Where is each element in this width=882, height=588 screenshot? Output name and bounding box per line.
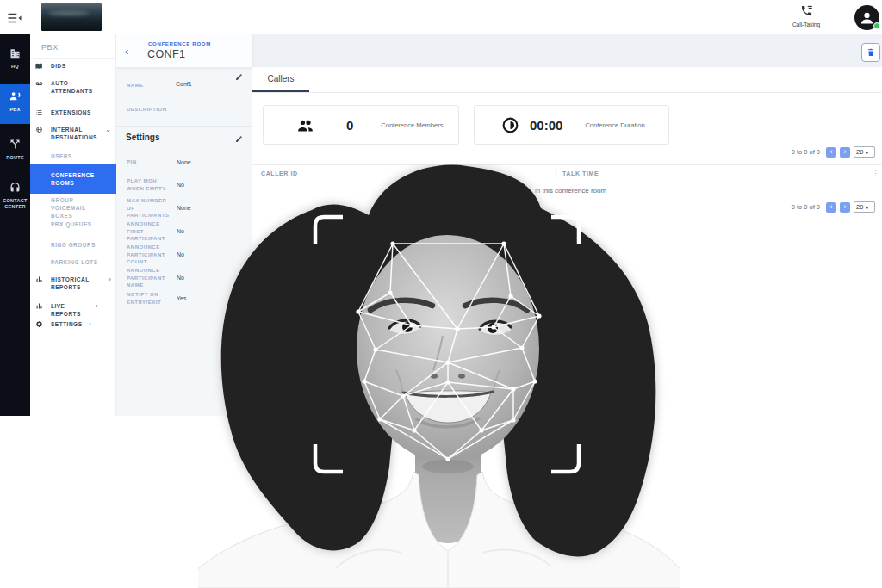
conference-duration-stat-card: 00:00 Conference Duration [474, 105, 669, 145]
setting-row-play-moh: PLAY MOH WHEN EMPTY No [127, 177, 242, 192]
logo-image[interactable] [41, 3, 102, 31]
divider [30, 58, 116, 59]
conference-duration-timer-icon [501, 116, 519, 134]
menu-open-icon[interactable] [7, 10, 22, 24]
internal-destinations-icon [35, 126, 43, 133]
app-window: Call-Taking HQ PBX ROUTE CONTACT CENTER … [0, 0, 882, 588]
conference-room-title: CONF1 [147, 48, 185, 60]
route-call-split-icon [9, 138, 22, 151]
callers-table-header: CALLER ID ⋮ TALK TIME ⋮ [252, 164, 882, 183]
user-avatar[interactable] [854, 5, 879, 30]
pagination-top: 0 to 0 of 0 ‹ › 20 ▾ [792, 146, 875, 158]
empty-table-message: in this conference room [535, 187, 606, 195]
setting-value: None [177, 205, 191, 211]
select-arrow-icon: ▾ [866, 204, 868, 210]
rail-item-label: ROUTE [0, 155, 30, 161]
historical-reports-chart-icon [35, 275, 43, 283]
setting-row-notify-entry-exit: NOTIFY ON ENTRY/EXIT Yes [127, 291, 242, 306]
back-chevron-icon[interactable]: ‹ [125, 46, 128, 57]
sidebar-item-label: PBX QUEUES [51, 221, 92, 227]
sidebar-item-users[interactable]: USERS [30, 152, 116, 160]
sidebar-item-label: INTERNAL DESTINATIONS [51, 126, 105, 141]
setting-label: PLAY MOH WHEN EMPTY [127, 177, 174, 192]
call-taking-phone-icon [800, 4, 813, 17]
topbar: Call-Taking [0, 0, 882, 34]
sidebar-item-label: HISTORICAL REPORTS [51, 275, 108, 291]
column-header-talk-time[interactable]: TALK TIME [562, 170, 599, 176]
column-menu-icon[interactable]: ⋮ [552, 169, 560, 177]
column-menu-icon[interactable]: ⋮ [872, 169, 879, 177]
conference-members-people-icon [296, 116, 314, 134]
conference-room-panel-header: CONFERENCE ROOM ‹ CONF1 [116, 34, 252, 67]
setting-row-announce-name: ANNOUNCE PARTICIPANT NAME No [127, 267, 242, 289]
chevron-right-icon: › [89, 320, 91, 328]
chevron-right-icon: › [96, 302, 98, 310]
pagination-bottom: 0 to 0 of 0 ‹ › 20 ▾ [792, 201, 875, 213]
conference-duration-label: Conference Duration [585, 121, 644, 129]
setting-value: No [177, 182, 184, 188]
sidebar-item-label: SETTINGS [51, 320, 89, 328]
sidebar-item-extensions[interactable]: EXTENSIONS [30, 108, 116, 116]
rail-item-label: HQ [0, 64, 30, 70]
column-header-caller-id[interactable]: CALLER ID [261, 170, 298, 176]
live-reports-chart-icon [35, 302, 43, 310]
app-rail: HQ PBX ROUTE CONTACT CENTER [0, 34, 30, 416]
sidebar-item-label: AUTO - ATTENDANTS [51, 79, 108, 95]
chevron-down-icon[interactable]: ⌄ [105, 126, 111, 133]
conference-duration-value: 00:00 [530, 118, 562, 133]
setting-value: Yes [177, 295, 186, 301]
sidebar-item-ring-groups[interactable]: RING GROUPS [30, 241, 116, 249]
conference-members-count: 0 [346, 118, 353, 133]
setting-label: ANNOUNCE PARTICIPANT COUNT [127, 244, 174, 266]
sidebar-item-historical-reports[interactable]: HISTORICAL REPORTS › [30, 275, 116, 291]
sidebar-item-label: USERS [51, 153, 72, 159]
setting-row-pin: PIN None [127, 158, 242, 166]
sidebar-item-label: CONFERENCE ROOMS [51, 171, 102, 187]
pagination-next-button[interactable]: › [840, 147, 850, 158]
select-arrow-icon: ▾ [866, 149, 868, 155]
panel-kicker: CONFERENCE ROOM [148, 41, 211, 46]
sidebar-item-group-voicemail-boxes[interactable]: GROUP VOICEMAIL BOXES [30, 196, 116, 220]
call-taking-label: Call-Taking [782, 22, 830, 28]
sidebar-item-parking-lots[interactable]: PARKING LOTS [30, 258, 116, 266]
auto-attendants-voicemail-icon [35, 79, 43, 87]
contact-center-headset-icon [9, 181, 22, 194]
sidebar-item-label: RING GROUPS [51, 242, 96, 248]
sidebar-item-auto-attendants[interactable]: AUTO - ATTENDANTS [30, 79, 116, 95]
pagination-next-button[interactable]: › [840, 202, 850, 213]
setting-row-announce-count: ANNOUNCE PARTICIPANT COUNT No [127, 244, 242, 266]
pagination-prev-button[interactable]: ‹ [826, 202, 836, 213]
pbx-contact-phone-icon [9, 90, 22, 102]
pbx-sidebar: PBX DIDS AUTO - ATTENDANTS EXTENSIONS IN… [30, 34, 116, 416]
sidebar-item-pbx-queues[interactable]: PBX QUEUES [30, 220, 116, 228]
rail-item-pbx[interactable]: PBX [0, 84, 30, 124]
rail-item-hq[interactable]: HQ [0, 46, 30, 70]
setting-row-announce-first: ANNOUNCE FIRST PARTICIPANT No [127, 220, 242, 243]
sidebar-item-label: LIVE REPORTS [51, 302, 96, 318]
chevron-right-icon: › [109, 275, 111, 283]
setting-label: NOTIFY ON ENTRY/EXIT [127, 291, 174, 306]
name-field-label: NAME [127, 83, 144, 88]
sidebar-item-live-reports[interactable]: LIVE REPORTS › [30, 302, 116, 318]
sidebar-item-label: PARKING LOTS [51, 259, 98, 265]
sidebar-item-internal-destinations[interactable]: INTERNAL DESTINATIONS ⌄ [30, 126, 116, 141]
edit-pencil-icon[interactable] [235, 73, 243, 81]
sidebar-item-settings[interactable]: SETTINGS › [30, 320, 116, 328]
rail-item-label: PBX [0, 107, 30, 113]
tab-callers[interactable]: Callers [252, 74, 309, 84]
page-size-select[interactable]: 20 ▾ [854, 146, 875, 158]
call-taking-button[interactable]: Call-Taking [782, 4, 830, 32]
rail-item-route[interactable]: ROUTE [0, 138, 30, 161]
pagination-range: 0 to 0 of 0 [792, 148, 820, 156]
settings-heading: Settings [126, 133, 159, 142]
divider [116, 126, 252, 127]
pagination-prev-button[interactable]: ‹ [826, 147, 836, 158]
rail-item-contact-center[interactable]: CONTACT CENTER [0, 181, 30, 210]
settings-gear-icon [35, 320, 43, 328]
page-size-select[interactable]: 20 ▾ [854, 201, 875, 213]
sidebar-item-dids[interactable]: DIDS [30, 62, 116, 70]
setting-value: None [177, 159, 191, 165]
delete-conference-room-button[interactable] [861, 43, 880, 62]
sidebar-item-conference-rooms[interactable]: CONFERENCE ROOMS [30, 164, 116, 194]
edit-pencil-icon[interactable] [235, 135, 243, 143]
